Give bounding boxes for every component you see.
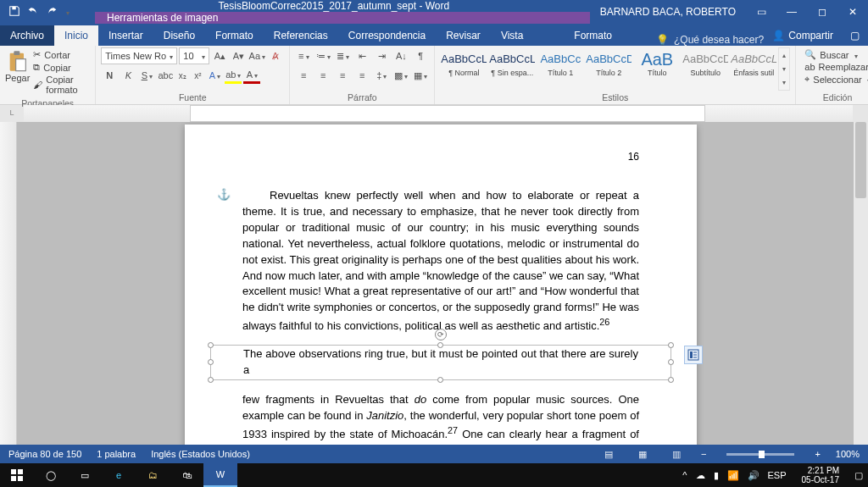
ribbon-display-icon[interactable]: ▭ bbox=[746, 0, 776, 24]
styles-gallery[interactable]: AaBbCcL¶ Normal AaBbCcL¶ Sin espa... AaB… bbox=[440, 47, 790, 91]
style-heading1[interactable]: AaBbCcTítulo 1 bbox=[537, 47, 584, 91]
word-count[interactable]: 1 palabra bbox=[97, 449, 136, 459]
tab-review[interactable]: Revisar bbox=[436, 25, 491, 46]
qat-more-icon[interactable] bbox=[64, 6, 70, 18]
find-button[interactable]: 🔍Buscar bbox=[804, 49, 868, 60]
tab-design[interactable]: Diseño bbox=[153, 25, 205, 46]
action-center-icon[interactable]: ▢ bbox=[854, 470, 863, 481]
change-case-icon[interactable]: Aa bbox=[248, 47, 265, 64]
tab-home[interactable]: Inicio bbox=[54, 25, 98, 46]
zoom-out-icon[interactable]: − bbox=[701, 449, 706, 459]
font-color-icon[interactable]: A bbox=[243, 67, 260, 84]
resize-handle[interactable] bbox=[208, 377, 214, 383]
align-right-icon[interactable]: ≡ bbox=[334, 67, 351, 84]
document-page[interactable]: ⚓ 16 Revueltas knew perfectly well when … bbox=[185, 125, 697, 468]
taskbar-word-icon[interactable]: W bbox=[203, 463, 237, 487]
justify-icon[interactable]: ≡ bbox=[353, 67, 370, 84]
sort-icon[interactable]: A↓ bbox=[392, 47, 409, 64]
multilevel-list-icon[interactable]: ≣ bbox=[334, 47, 351, 64]
decrease-indent-icon[interactable]: ⇤ bbox=[353, 47, 370, 64]
style-no-spacing[interactable]: AaBbCcL¶ Sin espa... bbox=[488, 47, 536, 91]
volume-icon[interactable]: 🔊 bbox=[748, 470, 760, 481]
web-layout-icon[interactable]: ▥ bbox=[667, 449, 686, 460]
taskbar-store-icon[interactable]: 🛍 bbox=[170, 463, 203, 487]
tab-layout[interactable]: Formato bbox=[205, 25, 264, 46]
tab-picture-format[interactable]: Formato bbox=[564, 25, 622, 46]
battery-icon[interactable]: ▮ bbox=[714, 470, 719, 481]
styles-gallery-more[interactable]: ▴▾▾ bbox=[778, 47, 790, 91]
vertical-ruler[interactable] bbox=[0, 122, 17, 468]
undo-icon[interactable] bbox=[27, 5, 39, 19]
font-name-combo[interactable]: Times New Ro bbox=[101, 47, 177, 64]
strikethrough-icon[interactable]: abc bbox=[157, 67, 174, 84]
tab-references[interactable]: Referencias bbox=[264, 25, 338, 46]
start-button[interactable] bbox=[0, 463, 34, 487]
italic-icon[interactable]: K bbox=[120, 67, 136, 84]
horizontal-ruler[interactable]: L bbox=[0, 105, 868, 122]
zoom-in-icon[interactable]: + bbox=[815, 449, 820, 459]
share-button[interactable]: 👤 Compartir bbox=[764, 25, 842, 46]
ime-indicator[interactable]: ESP bbox=[768, 470, 787, 480]
resize-handle[interactable] bbox=[668, 359, 674, 365]
layout-options-icon[interactable] bbox=[684, 346, 703, 364]
tray-overflow-icon[interactable]: ^ bbox=[682, 470, 687, 480]
increase-indent-icon[interactable]: ⇥ bbox=[373, 47, 390, 64]
wifi-icon[interactable]: 📶 bbox=[727, 470, 739, 481]
format-painter-button[interactable]: 🖌Copiar formato bbox=[33, 75, 86, 95]
subscript-icon[interactable]: x₂ bbox=[175, 67, 189, 84]
redo-icon[interactable] bbox=[46, 5, 58, 19]
style-title[interactable]: AaBTítulo bbox=[633, 47, 681, 91]
read-mode-icon[interactable]: ▤ bbox=[599, 449, 618, 460]
rotate-handle-icon[interactable]: ⟳ bbox=[435, 329, 447, 340]
align-left-icon[interactable]: ≡ bbox=[295, 67, 312, 84]
resize-handle[interactable] bbox=[208, 359, 214, 365]
text-effects-icon[interactable]: A bbox=[206, 67, 223, 84]
document-area[interactable]: ⚓ 16 Revueltas knew perfectly well when … bbox=[0, 122, 868, 468]
save-icon[interactable] bbox=[8, 5, 20, 19]
tell-me-search[interactable]: 💡 ¿Qué desea hacer? bbox=[656, 34, 764, 46]
taskbar-explorer-icon[interactable]: 🗂 bbox=[136, 463, 170, 487]
zoom-slider[interactable] bbox=[726, 453, 794, 456]
line-spacing-icon[interactable]: ‡ bbox=[373, 67, 390, 84]
select-button[interactable]: ⌖Seleccionar bbox=[804, 74, 868, 85]
resize-handle[interactable] bbox=[668, 342, 674, 348]
clear-formatting-icon[interactable]: A̷ bbox=[267, 47, 284, 64]
print-layout-icon[interactable]: ▦ bbox=[633, 449, 652, 460]
highlight-icon[interactable]: ab bbox=[225, 67, 242, 84]
style-normal[interactable]: AaBbCcL¶ Normal bbox=[440, 47, 487, 91]
comments-pane-icon[interactable]: ▢ bbox=[842, 25, 868, 46]
underline-icon[interactable]: S bbox=[138, 67, 155, 84]
bold-icon[interactable]: N bbox=[101, 67, 118, 84]
tab-mailings[interactable]: Correspondencia bbox=[338, 25, 436, 46]
resize-handle[interactable] bbox=[437, 377, 443, 383]
shading-icon[interactable]: ▩ bbox=[392, 67, 409, 84]
maximize-icon[interactable]: ◻ bbox=[807, 0, 837, 24]
zoom-level[interactable]: 100% bbox=[836, 449, 860, 459]
close-icon[interactable]: ✕ bbox=[837, 0, 868, 24]
style-subtle-emphasis[interactable]: AaBbCcLÉnfasis sutil bbox=[730, 47, 777, 91]
onedrive-icon[interactable]: ☁ bbox=[696, 470, 705, 481]
page-status[interactable]: Página 80 de 150 bbox=[8, 449, 81, 459]
shrink-font-icon[interactable]: A▾ bbox=[230, 47, 247, 64]
resize-handle[interactable] bbox=[668, 377, 674, 383]
resize-handle[interactable] bbox=[208, 342, 214, 348]
show-marks-icon[interactable]: ¶ bbox=[412, 47, 429, 64]
borders-icon[interactable]: ▦ bbox=[412, 67, 429, 84]
vertical-scrollbar[interactable]: ▴ ▾ bbox=[854, 122, 868, 468]
picture-tools-tab[interactable]: Herramientas de imagen bbox=[95, 12, 590, 24]
task-view-icon[interactable]: ▭ bbox=[68, 463, 102, 487]
selected-textbox[interactable]: ⟳ The above observations ring true, but … bbox=[210, 345, 671, 380]
tab-file[interactable]: Archivo bbox=[0, 25, 54, 46]
scroll-thumb[interactable] bbox=[855, 122, 866, 198]
minimize-icon[interactable]: — bbox=[776, 0, 807, 24]
superscript-icon[interactable]: x² bbox=[191, 67, 204, 84]
replace-button[interactable]: abReemplazar bbox=[804, 62, 868, 72]
tab-insert[interactable]: Insertar bbox=[98, 25, 153, 46]
numbering-icon[interactable]: ≔ bbox=[314, 47, 331, 64]
language-status[interactable]: Inglés (Estados Unidos) bbox=[151, 449, 250, 459]
style-heading2[interactable]: AaBbCcDTítulo 2 bbox=[585, 47, 632, 91]
user-name[interactable]: BARNARD BACA, ROBERTO bbox=[590, 6, 746, 18]
body-paragraph[interactable]: Revueltas knew perfectly well when and h… bbox=[242, 188, 639, 335]
copy-button[interactable]: ⧉Copiar bbox=[33, 62, 86, 73]
system-clock[interactable]: 2:21 PM05-Oct-17 bbox=[795, 466, 846, 484]
